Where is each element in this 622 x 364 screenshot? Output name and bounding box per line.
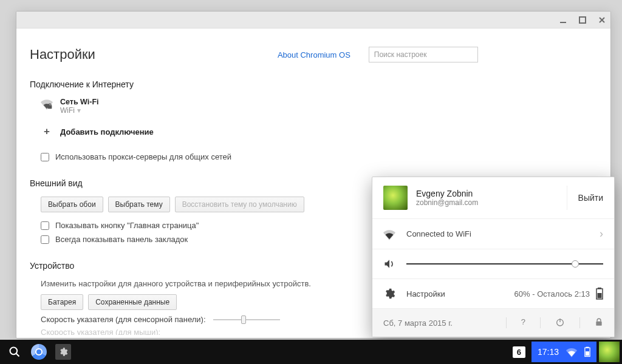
gear-icon — [383, 288, 395, 300]
close-button[interactable] — [598, 16, 606, 24]
minimize-button[interactable] — [559, 16, 567, 24]
svg-point-10 — [10, 348, 18, 355]
proxy-checkbox[interactable] — [41, 153, 49, 161]
svg-rect-14 — [586, 351, 589, 356]
battery-remaining: Осталось 2:13 — [537, 289, 590, 298]
plus-icon: + — [41, 126, 53, 138]
power-button[interactable] — [555, 317, 565, 328]
popup-footer: Сб, 7 марта 2015 г. ? — [372, 309, 614, 337]
tray-avatar[interactable] — [599, 342, 620, 362]
wifi-label: Сеть Wi-Fi — [60, 98, 99, 106]
volume-row — [372, 249, 614, 279]
settings-battery-row[interactable]: Настройки 60% - Осталось 2:13 — [372, 279, 614, 309]
window-titlebar — [16, 12, 610, 29]
chromium-app-icon[interactable] — [27, 340, 51, 364]
chevron-down-icon: ▾ — [77, 106, 81, 115]
logout-button[interactable]: Выйти — [567, 186, 603, 210]
clock: 17:13 — [538, 347, 559, 357]
page-title: Настройки — [30, 47, 95, 62]
proxy-label: Использовать прокси-серверы для общих се… — [55, 152, 231, 161]
wifi-status-row[interactable]: Connected to WiFi › — [372, 219, 614, 249]
user-email: zobnin@gmail.com — [416, 198, 478, 207]
volume-icon[interactable] — [383, 258, 395, 270]
user-name: Evgeny Zobnin — [416, 189, 478, 198]
system-tray-popup: Evgeny Zobnin zobnin@gmail.com Выйти Con… — [372, 177, 615, 337]
section-internet-title: Подключение к Интернету — [30, 79, 597, 89]
notification-badge[interactable]: 6 — [513, 346, 525, 358]
svg-rect-0 — [560, 22, 566, 23]
touchpad-speed-label: Скорость указателя (для сенсорной панели… — [41, 315, 206, 324]
touchpad-speed-slider[interactable] — [213, 315, 280, 324]
maximize-button[interactable] — [579, 16, 586, 24]
settings-label: Настройки — [406, 289, 445, 298]
show-bookmarks-checkbox[interactable] — [41, 235, 49, 244]
shelf: 6 17:13 — [0, 340, 622, 364]
wifi-sublabel: WiFi — [60, 106, 75, 115]
svg-rect-9 — [596, 322, 601, 326]
choose-theme-button[interactable]: Выбрать тему — [108, 197, 170, 212]
wifi-network-row[interactable]: Сеть Wi-Fi WiFi ▾ — [41, 98, 597, 115]
svg-line-11 — [16, 354, 19, 357]
settings-search-input[interactable] — [369, 47, 478, 62]
wifi-status-label: Connected to WiFi — [406, 229, 471, 238]
svg-rect-6 — [598, 293, 602, 298]
reset-theme-button: Восстановить тему по умолчанию — [175, 197, 304, 212]
show-home-label: Показывать кнопку "Главная страница" — [55, 221, 199, 230]
user-row: Evgeny Zobnin zobnin@gmail.com Выйти — [372, 177, 614, 219]
mouse-speed-label: Скорость указателя (для мыши): — [41, 329, 160, 335]
launcher-search-button[interactable] — [2, 340, 27, 364]
saved-data-button[interactable]: Сохраненные данные — [88, 294, 177, 310]
svg-rect-1 — [579, 17, 586, 23]
status-area[interactable]: 17:13 — [531, 342, 596, 362]
date-label: Сб, 7 марта 2015 г. — [383, 318, 453, 328]
lock-button[interactable] — [595, 317, 603, 328]
add-connection-label: Добавить подключение — [60, 127, 154, 136]
settings-app-icon[interactable] — [51, 340, 75, 364]
help-button[interactable]: ? — [521, 317, 525, 328]
show-bookmarks-label: Всегда показывать панель закладок — [55, 235, 188, 244]
battery-button[interactable]: Батарея — [41, 294, 83, 310]
show-home-checkbox[interactable] — [41, 221, 49, 230]
battery-pct: 60% — [514, 289, 530, 298]
chevron-right-icon: › — [600, 228, 603, 240]
battery-tray-icon — [584, 346, 590, 357]
avatar[interactable] — [383, 186, 408, 210]
wifi-icon — [383, 228, 395, 240]
about-chromium-link[interactable]: About Chromium OS — [278, 50, 350, 59]
add-connection-row[interactable]: + Добавить подключение — [41, 126, 597, 138]
wifi-secure-icon — [41, 98, 53, 110]
choose-wallpaper-button[interactable]: Выбрать обои — [41, 197, 103, 212]
volume-slider[interactable] — [406, 258, 603, 270]
battery-icon — [596, 288, 603, 300]
wifi-tray-icon — [566, 346, 577, 357]
